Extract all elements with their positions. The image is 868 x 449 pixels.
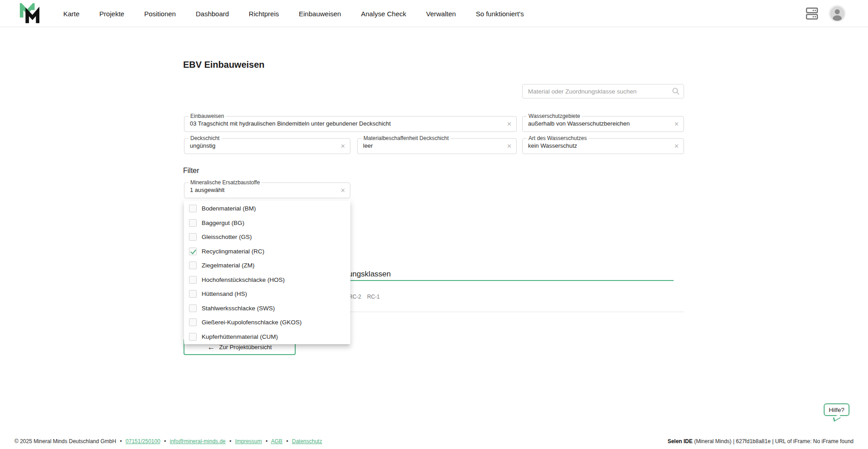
nav-item-projekte[interactable]: Projekte xyxy=(99,10,124,18)
separator-dot: • xyxy=(286,438,288,444)
select-einbauweisen[interactable]: Einbauweisen 03 Tragschicht mit hydrauli… xyxy=(184,116,517,132)
checkbox-icon[interactable] xyxy=(189,318,197,326)
dropdown-option-gs[interactable]: Gleisschotter (GS) xyxy=(184,230,350,244)
footer-link-email[interactable]: info@mineral-minds.de xyxy=(170,438,226,444)
field-value: leer xyxy=(363,142,501,149)
checkbox-icon[interactable] xyxy=(189,233,197,241)
dropdown-option-hos[interactable]: Hochofenstückschlacke (HOS) xyxy=(184,273,350,287)
field-value: kein Wasserschutz xyxy=(528,142,668,149)
footer-link-datenschutz[interactable]: Datenschutz xyxy=(292,438,322,444)
checkbox-icon[interactable] xyxy=(189,333,197,341)
field-value: ungünstig xyxy=(190,142,335,149)
field-label: Materialbeschaffenheit Deckschicht xyxy=(362,135,451,141)
dropdown-option-gkos[interactable]: Gießerei-Kupolofenschlacke (GKOS) xyxy=(184,315,350,330)
top-nav-bar: Karte Projekte Positionen Dashboard Rich… xyxy=(0,0,868,27)
select-art-des-wasserschutzes[interactable]: Art des Wasserschutzes kein Wasserschutz… xyxy=(522,138,684,154)
field-label: Einbauweisen xyxy=(189,113,226,119)
separator-dot: • xyxy=(229,438,231,444)
dropdown-option-bm[interactable]: Bodenmaterial (BM) xyxy=(184,201,350,216)
header-actions xyxy=(806,0,844,27)
dropdown-option-bg[interactable]: Baggergut (BG) xyxy=(184,216,350,230)
field-value: 03 Tragschicht mit hydraulischen Bindemi… xyxy=(190,120,501,127)
clear-icon[interactable]: ✕ xyxy=(340,187,345,194)
search-box xyxy=(522,84,684,98)
help-button-label: Hilfe? xyxy=(829,407,844,413)
separator-dot: • xyxy=(164,438,166,444)
footer-link-impressum[interactable]: Impressum xyxy=(235,438,262,444)
field-label: Wasserschutzgebiete xyxy=(527,113,582,119)
nav-item-positionen[interactable]: Positionen xyxy=(144,10,176,18)
separator-dot: • xyxy=(266,438,268,444)
copyright-text: © 2025 Mineral Minds Deutschland GmbH xyxy=(14,438,116,444)
nav-item-einbauweisen[interactable]: Einbauweisen xyxy=(299,10,341,18)
clear-icon[interactable]: ✕ xyxy=(507,143,512,150)
server-stack-icon[interactable] xyxy=(806,6,818,21)
footer: © 2025 Mineral Minds Deutschland GmbH • … xyxy=(0,434,868,449)
select-materialbeschaffenheit[interactable]: Materialbeschaffenheit Deckschicht leer … xyxy=(357,138,517,154)
page-title: EBV Einbauweisen xyxy=(183,60,264,70)
person-icon xyxy=(830,6,844,21)
arrow-left-icon: ← xyxy=(208,343,215,351)
nav-item-verwalten[interactable]: Verwalten xyxy=(426,10,456,18)
nav-item-so-funktionierts[interactable]: So funktioniert's xyxy=(476,10,524,18)
footer-debug-info: Selen IDE (Mineral Minds) | 627fd1b8a81e… xyxy=(668,438,854,444)
dropdown-option-label: Gleisschotter (GS) xyxy=(202,234,252,240)
checkbox-icon[interactable] xyxy=(189,290,197,298)
separator-dot: • xyxy=(120,438,122,444)
zuordnungsklassen-heading: ungsklassen xyxy=(348,270,391,279)
field-label: Mineralische Ersatzbaustoffe xyxy=(189,179,262,186)
dropdown-option-label: Ziegelmaterial (ZM) xyxy=(202,262,255,269)
dropdown-option-zm[interactable]: Ziegelmaterial (ZM) xyxy=(184,258,350,273)
search-icon xyxy=(672,87,680,95)
checkbox-icon[interactable] xyxy=(189,219,197,227)
dropdown-option-label: Hüttensand (HS) xyxy=(202,290,247,297)
dropdown-option-rc[interactable]: Recyclingmaterial (RC) xyxy=(184,244,350,259)
field-label: Deckschicht xyxy=(189,135,222,141)
dropdown-option-label: Gießerei-Kupolofenschlacke (GKOS) xyxy=(202,319,302,326)
dropdown-option-label: Recyclingmaterial (RC) xyxy=(202,248,264,255)
nav-item-richtpreis[interactable]: Richtpreis xyxy=(249,10,279,18)
clear-icon[interactable]: ✕ xyxy=(674,143,679,150)
dropdown-option-label: Bodenmaterial (BM) xyxy=(202,205,256,212)
clear-icon[interactable]: ✕ xyxy=(340,143,345,150)
dropdown-option-cum[interactable]: Kupferhüttenmaterial (CUM) xyxy=(184,330,350,344)
select-mineralische-ersatzbaustoffe[interactable]: Mineralische Ersatzbaustoffe 1 ausgewähl… xyxy=(184,182,350,198)
checkbox-icon[interactable] xyxy=(189,205,197,212)
ersatzbaustoffe-dropdown-menu: Bodenmaterial (BM) Baggergut (BG) Gleiss… xyxy=(184,201,350,344)
dropdown-option-label: Kupferhüttenmaterial (CUM) xyxy=(202,333,278,340)
checkbox-icon[interactable] xyxy=(189,262,197,269)
tab-rc-2[interactable]: RC-2 xyxy=(349,294,361,300)
checkbox-icon[interactable] xyxy=(189,248,197,255)
nav-item-analyse-check[interactable]: Analyse Check xyxy=(361,10,406,18)
footer-legal: © 2025 Mineral Minds Deutschland GmbH • … xyxy=(14,438,322,444)
clear-icon[interactable]: ✕ xyxy=(507,121,512,128)
dropdown-option-sws[interactable]: Stahlwerksschlacke (SWS) xyxy=(184,301,350,316)
nav-item-karte[interactable]: Karte xyxy=(63,10,80,18)
user-avatar[interactable] xyxy=(830,6,844,21)
field-label: Art des Wasserschutzes xyxy=(527,135,589,141)
app-window: Karte Projekte Positionen Dashboard Rich… xyxy=(0,0,868,449)
dropdown-option-label: Hochofenstückschlacke (HOS) xyxy=(202,276,285,283)
select-deckschicht[interactable]: Deckschicht ungünstig ✕ xyxy=(184,138,350,154)
help-button[interactable]: Hilfe? xyxy=(824,403,849,416)
ide-name: Selen IDE xyxy=(668,438,693,444)
dropdown-option-label: Baggergut (BG) xyxy=(202,220,245,226)
nav-item-dashboard[interactable]: Dashboard xyxy=(196,10,229,18)
main-nav: Karte Projekte Positionen Dashboard Rich… xyxy=(63,0,524,27)
search-input[interactable] xyxy=(522,84,684,98)
ide-details: (Mineral Minds) | 627fd1b8a81e | URL of … xyxy=(693,438,854,444)
mineral-minds-logo-icon[interactable] xyxy=(19,3,41,25)
filter-heading: Filter xyxy=(183,167,199,175)
dropdown-option-label: Stahlwerksschlacke (SWS) xyxy=(202,305,275,312)
field-value: 1 ausgewählt xyxy=(190,187,335,193)
tab-rc-1[interactable]: RC-1 xyxy=(367,294,380,300)
back-button-label: Zur Projektübersicht xyxy=(219,344,272,351)
clear-icon[interactable]: ✕ xyxy=(674,121,679,128)
field-value: außerhalb von Wasserschutzbereichen xyxy=(528,120,668,127)
checkbox-icon[interactable] xyxy=(189,276,197,284)
checkbox-icon[interactable] xyxy=(189,304,197,312)
footer-link-agb[interactable]: AGB xyxy=(271,438,283,444)
select-wasserschutzgebiete[interactable]: Wasserschutzgebiete außerhalb von Wasser… xyxy=(522,116,684,132)
footer-link-phone[interactable]: 07151/250100 xyxy=(126,438,160,444)
dropdown-option-hs[interactable]: Hüttensand (HS) xyxy=(184,287,350,301)
